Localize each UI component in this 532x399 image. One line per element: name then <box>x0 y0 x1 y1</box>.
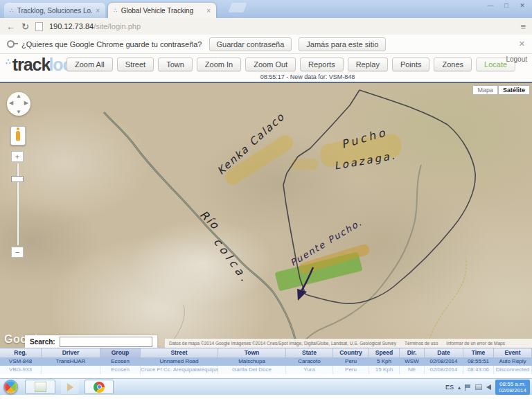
map-canvas[interactable]: Kenka Calaco Pucho Loazaga. Río colca. P… <box>0 82 532 348</box>
logo-dots-icon: ∴ <box>6 57 12 66</box>
url-input[interactable]: 190.12.73.84 /site/login.php <box>49 22 515 30</box>
restore-icon[interactable]: □ <box>499 1 513 10</box>
taskbar-clock[interactable]: 08:55 a.m. 02/08/2014 <box>495 380 530 395</box>
attribution-text: Datos de mapa ©2014 Google Imágenes ©201… <box>169 341 396 346</box>
key-icon <box>7 40 15 48</box>
tab-close-icon[interactable]: × <box>96 7 100 15</box>
cell-time: 08:43:06 <box>463 366 494 374</box>
infobar-close-icon[interactable]: ✕ <box>519 39 525 48</box>
app-toolbar: ∴trackloc Zoom All Street Town Zoom In Z… <box>0 54 532 82</box>
browser-tab[interactable]: ∴ Tracklog, Soluciones Lo... × <box>4 3 105 18</box>
map-type-button[interactable]: Mapa <box>472 85 498 95</box>
never-save-button[interactable]: Jamás para este sitio <box>299 37 386 51</box>
action-center-flag-icon[interactable] <box>465 384 471 391</box>
browser-tab[interactable]: ∴ Global Vehicle Tracking × <box>108 3 216 18</box>
tray-expand-icon[interactable]: ▴ <box>458 384 461 391</box>
cell-town: Garita Del Doce <box>218 366 286 374</box>
map-attribution: Datos de mapa ©2014 Google Imágenes ©201… <box>165 339 532 348</box>
cell-town: Malschupa <box>218 357 286 366</box>
column-header[interactable]: Reg. <box>0 348 42 357</box>
cell-speed: 15 Kph <box>369 366 400 374</box>
network-icon[interactable] <box>475 384 482 390</box>
zoom-slider-handle[interactable] <box>11 176 24 182</box>
tracklog-logo: ∴trackloc <box>6 55 72 75</box>
cell-country: Peru <box>333 366 369 374</box>
minimize-icon[interactable]: — <box>484 1 497 10</box>
pan-right-icon[interactable]: ▶ <box>24 100 28 106</box>
cell-speed: 5 Kph <box>369 357 400 366</box>
toolbar-button[interactable]: Zones <box>434 57 472 71</box>
new-tab-button[interactable] <box>228 3 247 12</box>
taskbar-app-media[interactable] <box>61 380 79 394</box>
close-icon[interactable]: ✕ <box>515 1 529 10</box>
toolbar-button[interactable]: Zoom Out <box>245 57 296 71</box>
table-row[interactable]: VSM-848 TransHUAR Ecosen Unnamed Road Ma… <box>0 357 532 366</box>
reload-icon[interactable]: ↻ <box>21 22 29 31</box>
toolbar-buttons: Zoom All Street Town Zoom In Zoom Out Re… <box>66 57 515 71</box>
search-bar: Search: <box>25 335 157 348</box>
language-indicator[interactable]: ES <box>445 384 454 391</box>
column-header[interactable]: Event <box>494 348 532 357</box>
address-bar: ← ↻ 190.12.73.84 /site/login.php ≡ <box>0 18 532 35</box>
logout-link[interactable]: Logout <box>506 55 527 63</box>
tab-favicon-icon: ∴ <box>10 7 14 14</box>
toolbar-button[interactable]: Points <box>392 57 430 71</box>
column-header[interactable]: Town <box>218 348 286 357</box>
column-header[interactable]: Date <box>425 348 463 357</box>
cell-country: Peru <box>333 357 369 366</box>
cell-state: Yura <box>286 366 333 374</box>
column-header[interactable]: Dir. <box>400 348 425 357</box>
taskbar-app-explorer[interactable] <box>25 380 55 394</box>
cell-group: Ecosen <box>100 357 141 366</box>
chrome-icon <box>94 382 105 393</box>
pegman-button[interactable] <box>10 126 26 145</box>
pan-up-icon[interactable]: ▲ <box>16 93 21 99</box>
toolbar-button[interactable]: Town <box>158 57 193 71</box>
tab-title: Tracklog, Soluciones Lo... <box>17 7 92 15</box>
tab-close-icon[interactable]: × <box>206 7 211 15</box>
start-orb-icon[interactable] <box>3 380 18 394</box>
infobar-message: ¿Quieres que Google Chrome guarde tu con… <box>21 40 202 48</box>
column-header[interactable]: Speed <box>369 348 400 357</box>
cell-date: 02/08/2014 <box>425 366 463 374</box>
url-path: /site/login.php <box>94 22 141 30</box>
toolbar-button[interactable]: Reports <box>300 57 344 71</box>
cell-street: Cruce Ff Cc. Arequipalarequipa <box>141 366 218 374</box>
zoom-in-icon[interactable]: + <box>11 151 24 162</box>
column-header[interactable]: Street <box>141 348 218 357</box>
menu-icon[interactable]: ≡ <box>520 21 526 32</box>
track-dashed <box>426 258 466 349</box>
clock-time: 08:55 a.m. <box>499 381 526 387</box>
back-icon[interactable]: ← <box>6 22 15 31</box>
map-type-button[interactable]: Satélite <box>498 85 530 95</box>
toolbar-button[interactable]: Replay <box>348 57 388 71</box>
play-icon <box>67 383 73 391</box>
taskbar-app-chrome[interactable] <box>85 380 114 394</box>
pegman-icon <box>16 131 20 141</box>
column-header[interactable]: Driver <box>42 348 100 357</box>
cell-date: 02/08/2014 <box>425 357 463 366</box>
save-password-button[interactable]: Guardar contraseña <box>209 37 292 51</box>
cell-event: Auto Reply <box>494 357 532 366</box>
search-input[interactable] <box>60 337 152 347</box>
toolbar-button[interactable]: Street <box>117 57 154 71</box>
zoom-out-icon[interactable]: − <box>11 247 24 258</box>
system-tray: ES ▴ 08:55 a.m. 02/08/2014 <box>445 379 530 396</box>
column-header[interactable]: Country <box>333 348 369 357</box>
pan-left-icon[interactable]: ◀ <box>9 100 13 106</box>
table-row[interactable]: VBG-933 Ecosen Cruce Ff Cc. Arequipalare… <box>0 366 532 374</box>
pan-control[interactable]: ▲ ▼ ◀ ▶ <box>7 92 30 116</box>
toolbar-button[interactable]: Zoom All <box>66 57 113 71</box>
pan-down-icon[interactable]: ▼ <box>16 109 21 115</box>
url-host: 190.12.73.84 <box>49 22 94 30</box>
column-header[interactable]: Group <box>100 348 141 357</box>
speaker-icon[interactable] <box>486 384 491 390</box>
report-error-link[interactable]: Informar de un error de Maps <box>446 341 505 346</box>
column-header[interactable]: State <box>286 348 333 357</box>
column-header[interactable]: Time <box>463 348 494 357</box>
table-body: VSM-848 TransHUAR Ecosen Unnamed Road Ma… <box>0 357 532 374</box>
search-label: Search: <box>30 338 55 346</box>
clock-date: 02/08/2014 <box>499 387 526 393</box>
toolbar-button[interactable]: Zoom In <box>197 57 241 71</box>
terms-link[interactable]: Términos de uso <box>405 341 438 346</box>
